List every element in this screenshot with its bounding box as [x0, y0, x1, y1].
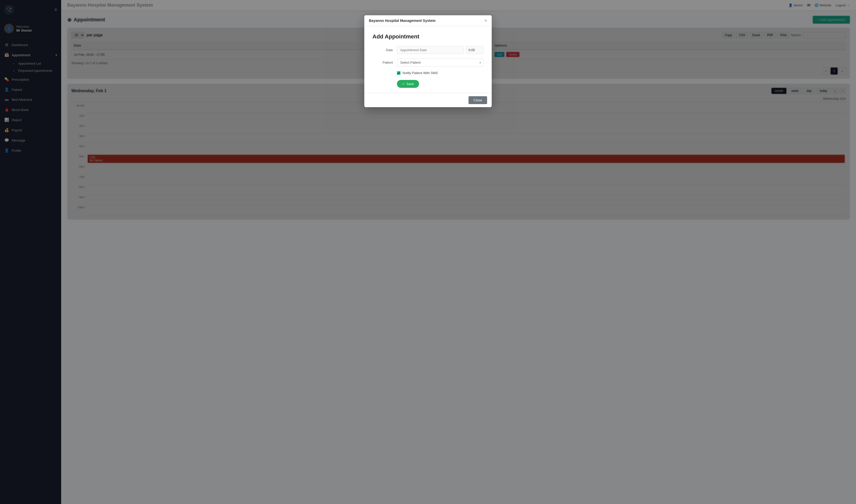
patient-label: Patient — [372, 60, 393, 65]
date-label: Date — [372, 48, 393, 52]
modal-close-button[interactable]: × — [484, 18, 487, 23]
modal-body: Add Appointment Date Patient Select Pati… — [364, 26, 492, 93]
modal-footer: Close — [364, 93, 492, 107]
appointment-date-input[interactable] — [397, 46, 464, 54]
close-modal-button[interactable]: Close — [469, 96, 487, 104]
modal-overlay: Bayanno Hospital Management System × Add… — [0, 0, 856, 504]
patient-select[interactable]: Select Patient — [397, 58, 484, 67]
add-appointment-modal: Bayanno Hospital Management System × Add… — [364, 15, 492, 107]
patient-select-wrap: Select Patient ▾ — [397, 58, 484, 67]
modal-form-title: Add Appointment — [372, 33, 484, 40]
modal-header: Bayanno Hospital Management System × — [364, 15, 492, 26]
checkmark-icon: ✓ — [402, 82, 405, 86]
notify-checkbox-row: Notify Patient With SMS — [397, 71, 484, 75]
date-input-wrap — [397, 46, 484, 54]
notify-sms-label: Notify Patient With SMS — [403, 71, 438, 75]
modal-header-title: Bayanno Hospital Management System — [369, 19, 435, 23]
date-field-row: Date — [372, 46, 484, 54]
notify-sms-checkbox[interactable] — [397, 71, 401, 75]
save-button[interactable]: ✓ Save — [397, 80, 419, 88]
patient-field-row: Patient Select Patient ▾ — [372, 58, 484, 67]
appointment-time-input[interactable] — [466, 46, 484, 54]
